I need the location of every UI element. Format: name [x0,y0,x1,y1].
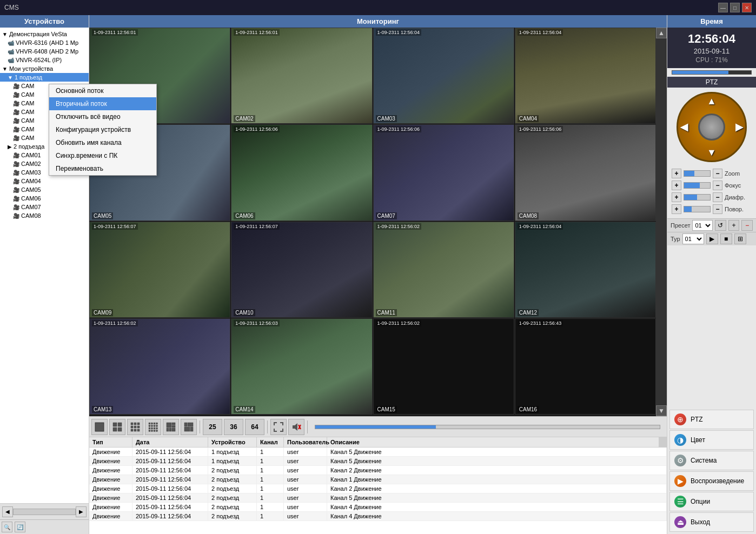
progress-bar[interactable] [315,425,660,429]
ptz-up-button[interactable]: ▲ [707,96,717,107]
layout-custom1-button[interactable] [163,419,179,435]
ptz-nav-button[interactable]: ⊕ PTZ [669,410,754,429]
tree-item-cam2-6[interactable]: 🎥 CAM06 [0,194,89,203]
camera-cell-3[interactable]: 1-09-2311 12:56:04 CAM03 [373,28,514,124]
tree-item-vhvr6316[interactable]: 📹 VHVR-6316 (AHD 1 Mp [0,38,89,47]
log-row[interactable]: Движение 2015-09-11 12:56:04 1 подъезд 1… [89,457,667,466]
close-button[interactable]: ✕ [742,3,752,12]
maximize-button[interactable]: □ [730,3,740,12]
type-play-button[interactable]: ▶ [706,233,718,244]
sidebar-prev-button[interactable]: ◀ [2,506,13,517]
tree-item-cam2-5[interactable]: 🎥 CAM05 [0,185,89,194]
tree-item-cam2-8[interactable]: 🎥 CAM08 [0,211,89,220]
svg-rect-27 [151,430,153,431]
camera-cell-16[interactable]: 1-09-2311 12:56:43 CAM16 [515,318,656,415]
preset-add-button[interactable]: + [728,220,740,231]
focus-minus-button[interactable]: − [713,181,722,190]
refresh-button[interactable]: 🔄 [15,522,25,532]
focus-slider[interactable] [684,182,711,189]
layout-36-button[interactable]: 36 [224,419,243,435]
sidebar-scrollbar[interactable] [13,509,76,515]
type-grid-button[interactable]: ⊞ [734,233,746,244]
log-row[interactable]: Движение 2015-09-11 12:56:04 2 подъезд 1… [89,475,667,484]
log-col-type: Тип [89,437,132,447]
aperture-slider[interactable] [684,194,711,201]
cam-timestamp-11: 1-09-2311 12:56:02 [376,223,422,230]
log-row[interactable]: Движение 2015-09-11 12:56:04 1 подъезд 1… [89,448,667,457]
layout-4-button[interactable] [109,419,125,435]
mute-button[interactable] [288,419,304,435]
system-button[interactable]: ⚙ Система [669,451,754,470]
type-stop-button[interactable]: ■ [720,233,732,244]
log-row[interactable]: Движение 2015-09-11 12:56:04 2 подъезд 1… [89,512,667,521]
tree-item-demo[interactable]: ▼ Демонстрация VeSta [0,30,89,38]
camera-cell-14[interactable]: 1-09-2311 12:56:03 CAM14 [231,318,372,415]
layout-16-button[interactable] [145,419,161,435]
minimize-button[interactable]: — [718,3,728,12]
rotate-minus-button[interactable]: − [713,204,722,214]
preset-remove-button[interactable]: − [741,220,753,231]
layout-64-button[interactable]: 64 [245,419,264,435]
ptz-joystick[interactable]: ▲ ▼ ◀ ▶ [677,92,747,162]
ptz-down-button[interactable]: ▼ [707,147,717,158]
tree-item-vhvr6408[interactable]: 📹 VHVR-6408 (AHD 2 Mp [0,47,89,56]
ptz-left-button[interactable]: ◀ [680,121,688,133]
options-button[interactable]: ☰ Опции [669,492,754,511]
tree-item-entrance1[interactable]: ▼ 1 подъезд [0,73,89,82]
logout-button[interactable]: ⏏ Выход [669,512,754,532]
ctx-rename[interactable]: Переименовать [49,162,156,175]
ctx-disable-video[interactable]: Отключить всё видео [49,110,156,123]
log-row[interactable]: Движение 2015-09-11 12:56:04 2 подъезд 1… [89,466,667,475]
camera-cell-4[interactable]: 1-09-2311 12:56:04 CAM04 [515,28,656,124]
fullscreen-button[interactable] [270,419,287,435]
scroll-down-button[interactable]: ▼ [656,405,667,416]
camera-cell-13[interactable]: 1-09-2311 12:56:02 CAM13 [89,318,230,415]
camera-cell-12[interactable]: 1-09-2311 12:56:04 CAM12 [515,222,656,318]
camera-cell-2[interactable]: 1-09-2311 12:56:01 CAM02 [231,28,372,124]
aperture-minus-button[interactable]: − [713,192,722,202]
ctx-sync-time[interactable]: Синхр.времени с ПК [49,149,156,162]
log-row[interactable]: Движение 2015-09-11 12:56:04 2 подъезд 1… [89,493,667,503]
ctx-update-name[interactable]: Обновить имя канала [49,136,156,149]
rotate-slider[interactable] [684,206,711,212]
search-button[interactable]: 🔍 [2,522,12,532]
camera-cell-8[interactable]: 1-09-2311 12:56:06 CAM08 [515,124,656,221]
tree-item-cam2-4[interactable]: 🎥 CAM04 [0,177,89,185]
camera-cell-6[interactable]: 1-09-2311 12:56:06 CAM06 [231,124,372,221]
camera-cell-15[interactable]: 1-09-2311 12:56:02 CAM15 [373,318,514,415]
layout-25-button[interactable]: 25 [203,419,222,435]
type-select[interactable]: 010203 [682,233,704,244]
layout-1-button[interactable] [91,419,108,435]
zoom-slider[interactable] [684,170,711,177]
sidebar-next-button[interactable]: ▶ [76,506,87,517]
tree-item-vnvr6524l[interactable]: 📹 VNVR-6524L (IP) [0,56,89,64]
aperture-plus-button[interactable]: + [672,192,681,202]
tree-item-mydevices[interactable]: ▼ Мои устройства [0,64,89,73]
tree-item-cam2-7[interactable]: 🎥 CAM07 [0,203,89,211]
layout-9-button[interactable] [127,419,143,435]
scroll-up-button[interactable]: ▲ [656,28,667,38]
zoom-minus-button[interactable]: − [713,169,722,178]
playback-button[interactable]: ▶ Воспроизведение [669,471,754,491]
rotate-plus-button[interactable]: + [672,204,681,214]
camera-cell-10[interactable]: 1-09-2311 12:56:07 CAM10 [231,222,372,318]
camera-cell-11[interactable]: 1-09-2311 12:56:02 CAM11 [373,222,514,318]
ctx-main-stream[interactable]: Основной поток [49,84,156,97]
log-scroll-button[interactable] [659,437,667,447]
options-icon: ☰ [674,496,686,508]
log-row[interactable]: Движение 2015-09-11 12:56:04 2 подъезд 1… [89,503,667,512]
preset-refresh-button[interactable]: ↺ [715,220,726,231]
camera-cell-7[interactable]: 1-09-2311 12:56:06 CAM07 [373,124,514,221]
log-row[interactable]: Движение 2015-09-11 12:56:04 2 подъезд 1… [89,484,667,493]
color-button[interactable]: ◑ Цвет [669,430,754,450]
zoom-plus-button[interactable]: + [672,169,681,178]
ctx-config-device[interactable]: Конфигурация устройств [49,123,156,136]
ptz-right-button[interactable]: ▶ [735,121,743,133]
preset-select[interactable]: 010203 [692,220,713,231]
layout-custom2-button[interactable] [181,419,197,435]
focus-plus-button[interactable]: + [672,181,681,190]
ctx-sub-stream[interactable]: Вторичный поток [49,97,156,110]
tree-item-label: CAM02 [21,161,41,167]
camera-cell-9[interactable]: 1-09-2311 12:56:07 CAM09 [89,222,230,318]
log-rows[interactable]: Движение 2015-09-11 12:56:04 1 подъезд 1… [89,448,667,534]
